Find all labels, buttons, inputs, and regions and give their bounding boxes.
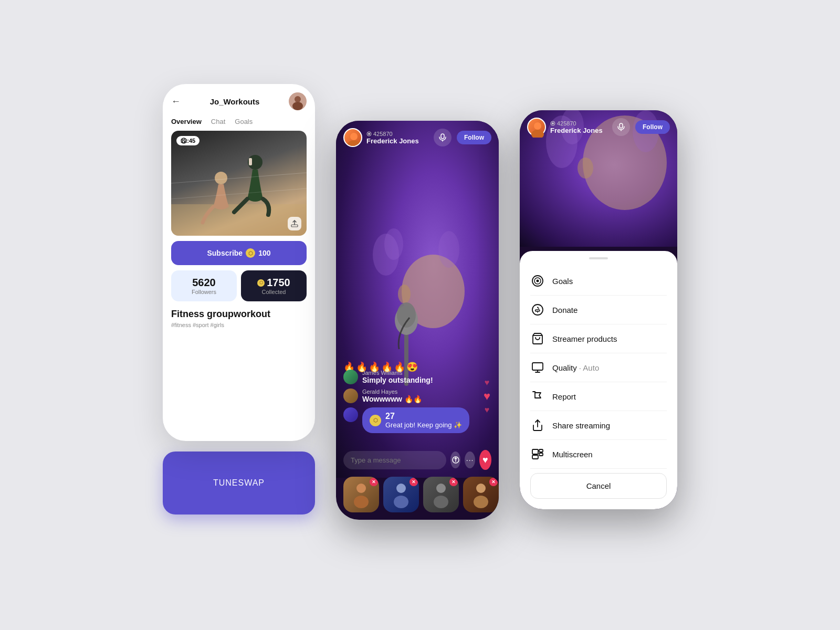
thumb-3[interactable]: ✕ bbox=[423, 477, 459, 512]
thumb-close-4[interactable]: ✕ bbox=[489, 478, 498, 486]
menu-drag-handle bbox=[589, 257, 608, 259]
chat-username-2: Gerald Hayes bbox=[362, 388, 422, 395]
left-column: ← Jo_Workouts Overview Chat Goals bbox=[163, 84, 315, 514]
thumb-close-1[interactable]: ✕ bbox=[370, 478, 378, 486]
donate-icon bbox=[530, 302, 545, 317]
chat-message-1: James Williams Simply outstanding! bbox=[343, 370, 491, 384]
right-column: 425870 Frederick Jones Follow Goals bbox=[520, 110, 677, 509]
svg-line-7 bbox=[171, 188, 307, 199]
quality-icon bbox=[530, 360, 545, 375]
chat-messages: James Williams Simply outstanding! Geral… bbox=[343, 370, 491, 433]
cancel-button[interactable]: Cancel bbox=[530, 473, 667, 499]
svg-line-10 bbox=[184, 141, 185, 141]
menu-item-donate[interactable]: Donate bbox=[530, 296, 667, 324]
streamer-info: 425870 Frederick Jones bbox=[343, 128, 419, 147]
tab-chat[interactable]: Chat bbox=[211, 118, 225, 125]
thumb-close-2[interactable]: ✕ bbox=[410, 478, 418, 486]
tuneswap-brand2: SWAP bbox=[238, 478, 265, 487]
svg-point-21 bbox=[350, 133, 358, 140]
message-input[interactable] bbox=[343, 451, 446, 469]
collected-stat: ⬡ 1750 Collected bbox=[241, 270, 307, 301]
streamer-meta: 425870 Frederick Jones bbox=[366, 131, 419, 145]
svg-line-6 bbox=[171, 173, 307, 183]
subscribe-label: Subscribe bbox=[207, 249, 243, 257]
time-badge: 12:45 bbox=[176, 136, 200, 145]
multiscreen-label: Multiscreen bbox=[552, 450, 593, 459]
subscribe-button[interactable]: Subscribe ⬡ 100 bbox=[171, 241, 307, 265]
coin-message-icon: ⬡ bbox=[370, 415, 381, 426]
chat-avatar-2 bbox=[343, 388, 358, 403]
chat-message-2: Gerald Hayes Wowwwww 🔥🔥 bbox=[343, 388, 491, 403]
tuneswap-card: TUNESWAP bbox=[163, 452, 315, 514]
menu-item-products[interactable]: Streamer products bbox=[530, 324, 667, 353]
tab-overview[interactable]: Overview bbox=[171, 118, 202, 125]
workout-title: Fitness groupworkout bbox=[171, 309, 307, 320]
like-button[interactable]: ♥ bbox=[479, 450, 491, 470]
svg-rect-55 bbox=[532, 449, 538, 454]
more-options-button[interactable]: ··· bbox=[465, 452, 475, 468]
collected-coin-icon: ⬡ bbox=[257, 279, 265, 287]
svg-point-30 bbox=[354, 496, 369, 508]
tuneswap-logo: TUNESWAP bbox=[213, 478, 265, 488]
chat-username-1: James Williams bbox=[362, 370, 433, 376]
svg-point-31 bbox=[396, 484, 406, 493]
stream-menu-sheet: Goals Donate Streamer products bbox=[520, 251, 677, 509]
menu-item-quality[interactable]: Quality · Auto bbox=[530, 353, 667, 382]
products-label: Streamer products bbox=[552, 334, 617, 343]
workout-tags: #fitness #sport #girls bbox=[171, 322, 307, 328]
thumb-close-3[interactable]: ✕ bbox=[449, 478, 458, 486]
phone3-mic-button[interactable] bbox=[612, 118, 630, 136]
chat-avatar-1 bbox=[343, 370, 358, 384]
svg-point-33 bbox=[436, 484, 446, 493]
quality-label: Quality · Auto bbox=[552, 363, 599, 372]
thumb-1[interactable]: ✕ bbox=[343, 477, 379, 512]
svg-point-35 bbox=[476, 484, 486, 493]
chat-text-1: Simply outstanding! bbox=[362, 376, 433, 384]
subscribe-coins: 100 bbox=[258, 249, 270, 257]
share-label: Share streaming bbox=[552, 421, 610, 430]
phone-jo-workouts: ← Jo_Workouts Overview Chat Goals bbox=[163, 84, 315, 441]
share-icon bbox=[530, 418, 545, 433]
menu-item-multiscreen[interactable]: Multiscreen bbox=[530, 440, 667, 469]
chat-avatar-coin bbox=[343, 407, 358, 422]
phone3-streamer-name: Frederick Jones bbox=[550, 127, 603, 134]
phone1-header: ← Jo_Workouts bbox=[171, 92, 307, 110]
phone2-stream-header: 425870 Frederick Jones Follow bbox=[343, 128, 491, 147]
phone3-streamer-info: 425870 Frederick Jones bbox=[527, 118, 603, 136]
thumb-4[interactable]: ✕ bbox=[463, 477, 499, 512]
tab-bar: Overview Chat Goals bbox=[171, 118, 307, 125]
donate-label: Donate bbox=[552, 306, 578, 314]
svg-rect-57 bbox=[539, 453, 543, 456]
goals-label: Goals bbox=[552, 277, 573, 286]
menu-item-share[interactable]: Share streaming bbox=[530, 411, 667, 440]
thumb-2[interactable]: ✕ bbox=[383, 477, 419, 512]
menu-item-goals[interactable]: Goals bbox=[530, 267, 667, 296]
back-button[interactable]: ← bbox=[171, 96, 181, 107]
phone3-follow-button[interactable]: Follow bbox=[635, 120, 670, 134]
svg-rect-58 bbox=[532, 455, 538, 459]
followers-stat: 5620 Followers bbox=[171, 270, 237, 301]
svg-point-19 bbox=[384, 228, 403, 260]
send-button[interactable] bbox=[450, 452, 460, 468]
menu-item-report[interactable]: Report bbox=[530, 382, 667, 411]
svg-point-29 bbox=[356, 484, 366, 493]
user-avatar[interactable] bbox=[289, 92, 307, 110]
svg-point-50 bbox=[537, 280, 539, 282]
svg-rect-53 bbox=[532, 363, 543, 370]
coin-icon: ⬡ bbox=[246, 248, 255, 258]
multiscreen-icon bbox=[530, 447, 545, 461]
phone2-follow-button[interactable]: Follow bbox=[457, 131, 491, 144]
collected-label: Collected bbox=[262, 289, 286, 295]
mic-button[interactable] bbox=[434, 129, 452, 146]
channel-thumbnails: ✕ ✕ ✕ ✕ bbox=[343, 477, 491, 512]
svg-point-38 bbox=[578, 158, 593, 178]
goals-icon bbox=[530, 274, 545, 288]
svg-point-42 bbox=[534, 122, 541, 130]
upload-icon[interactable] bbox=[288, 217, 301, 230]
phone-streaming: 425870 Frederick Jones Follow 🔥🔥🔥🔥🔥😍 ♥ ♥… bbox=[336, 121, 499, 520]
svg-point-24 bbox=[368, 133, 370, 135]
tab-goals[interactable]: Goals bbox=[235, 118, 253, 125]
products-icon bbox=[530, 331, 545, 346]
svg-point-32 bbox=[394, 496, 408, 508]
center-column: 425870 Frederick Jones Follow 🔥🔥🔥🔥🔥😍 ♥ ♥… bbox=[336, 121, 499, 520]
